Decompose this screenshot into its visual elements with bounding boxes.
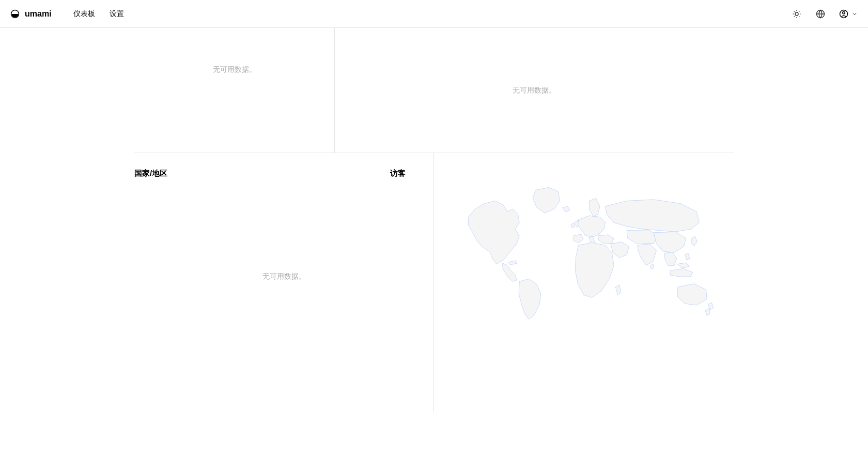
bottom-panels-row: 国家/地区 访客 无可用数据。 [134,153,734,412]
world-map-svg [450,182,718,322]
svg-line-8 [794,16,795,17]
globe-icon [816,9,825,19]
nav-settings[interactable]: 设置 [110,9,124,19]
nav-dashboard[interactable]: 仪表板 [73,9,95,19]
header-left: umami 仪表板 设置 [10,9,124,19]
chevron-down-icon [851,11,858,17]
no-data-message: 无可用数据。 [513,86,556,95]
top-right-panel: 无可用数据。 [335,28,734,153]
language-button[interactable] [815,9,826,19]
world-map-panel [434,153,734,412]
no-data-message: 无可用数据。 [213,65,256,74]
world-map[interactable] [450,182,718,324]
theme-toggle-button[interactable] [792,9,802,19]
top-left-panel: 无可用数据。 [134,28,335,153]
sun-icon [792,9,801,19]
umami-logo-icon [10,9,20,19]
countries-panel-header: 国家/地区 访客 [134,169,433,178]
svg-line-4 [794,11,795,11]
svg-line-5 [799,16,799,17]
top-panels-row: 无可用数据。 无可用数据。 [134,28,734,153]
app-header: umami 仪表板 设置 [0,0,868,28]
main-content: 无可用数据。 无可用数据。 国家/地区 访客 无可用数据。 [134,28,734,412]
user-icon [839,9,848,19]
countries-sub: 访客 [390,169,406,178]
countries-title: 国家/地区 [134,169,167,178]
no-data-message: 无可用数据。 [134,272,433,281]
svg-point-1 [795,12,798,16]
header-right [792,9,858,19]
svg-point-13 [843,11,845,14]
brand-text: umami [25,9,52,19]
brand[interactable]: umami [10,9,52,19]
user-menu-button[interactable] [839,9,858,19]
svg-line-9 [799,11,799,11]
main-nav: 仪表板 设置 [73,9,124,19]
countries-panel: 国家/地区 访客 无可用数据。 [134,153,434,412]
